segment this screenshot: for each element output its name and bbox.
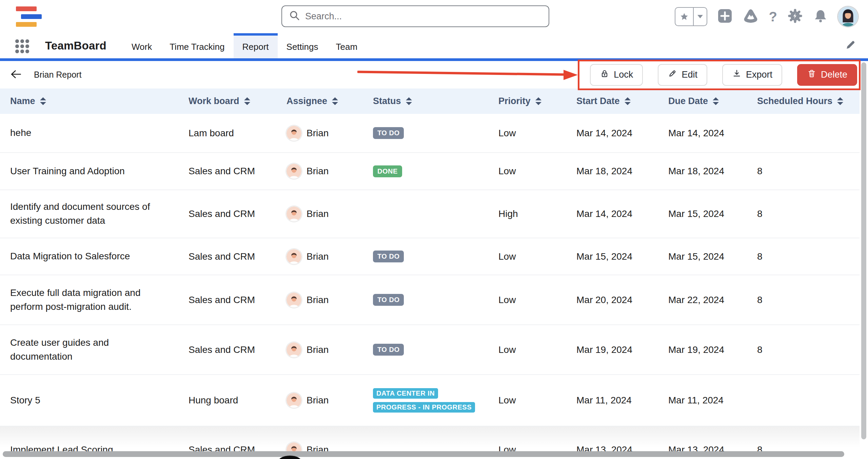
priority: Low [498, 128, 516, 138]
task-name: User Training and Adoption [10, 164, 125, 178]
bell-icon[interactable] [813, 8, 828, 25]
tab-settings[interactable]: Settings [278, 33, 327, 58]
assignee-avatar [287, 393, 301, 408]
edit-button[interactable]: Edit [658, 64, 707, 86]
column-header-assignee[interactable]: Assignee [287, 96, 373, 106]
sort-icon[interactable] [713, 97, 719, 105]
tab-team[interactable]: Team [327, 33, 367, 58]
scheduled-hours: 8 [757, 251, 763, 262]
table-row[interactable]: Create user guides and documentation Sal… [0, 325, 860, 375]
due-date: Mar 15, 2024 [668, 251, 724, 262]
top-bar: ? [0, 0, 868, 33]
delete-button[interactable]: Delete [797, 64, 857, 86]
due-date: Mar 14, 2024 [668, 128, 724, 138]
tab-time-tracking[interactable]: Time Tracking [161, 33, 233, 58]
app-switcher-icon[interactable] [15, 39, 29, 53]
priority: Low [498, 344, 516, 355]
priority: High [498, 208, 518, 219]
status-cell: TO DO [373, 344, 498, 356]
table-row[interactable]: User Training and Adoption Sales and CRM… [0, 153, 860, 190]
tab-report[interactable]: Report [234, 33, 278, 58]
logo-bar-red [16, 6, 37, 11]
column-header-scheduled-hours[interactable]: Scheduled Hours [757, 96, 860, 106]
global-search[interactable] [281, 5, 549, 27]
scheduled-hours: 8 [757, 208, 763, 219]
table-row[interactable]: Data Migration to Salesforce Sales and C… [0, 238, 860, 275]
assignee-name: Brian [307, 344, 329, 355]
report-table: Name Work board Assignee Status Priority… [0, 88, 860, 459]
table-row[interactable]: Story 5 Hung board Brian DATA CENTER INP… [0, 375, 860, 426]
sort-icon[interactable] [535, 97, 541, 105]
sort-icon[interactable] [332, 97, 338, 105]
horizontal-scrollbar[interactable] [3, 451, 844, 457]
search-input[interactable] [305, 11, 542, 22]
gear-icon[interactable] [787, 8, 803, 25]
table-row[interactable]: hehe Lam board Brian TO DO Low Mar 14, 2… [0, 114, 860, 153]
status-badge: TO DO [373, 294, 404, 306]
task-name: Execute full data migration and perform … [10, 286, 166, 314]
status-badge: DATA CENTER IN [373, 388, 438, 399]
task-name: hehe [10, 126, 31, 140]
product-mountain-icon[interactable] [743, 8, 759, 25]
sort-icon[interactable] [40, 97, 46, 105]
vertical-scrollbar[interactable] [861, 62, 866, 439]
assignee-avatar [287, 342, 301, 357]
create-plus-icon[interactable] [717, 8, 732, 25]
due-date: Mar 18, 2024 [668, 166, 724, 176]
edit-pencil-icon[interactable] [844, 39, 856, 53]
chevron-down-icon[interactable] [693, 8, 707, 25]
assignee-avatar [287, 206, 301, 221]
assignee-avatar [287, 293, 301, 307]
lock-button[interactable]: Lock [590, 64, 643, 86]
column-header-due-date[interactable]: Due Date [668, 96, 757, 106]
scheduled-hours: 8 [757, 344, 763, 355]
priority: Low [498, 251, 516, 262]
column-header-status[interactable]: Status [373, 96, 498, 106]
sort-icon[interactable] [406, 97, 412, 105]
tab-work[interactable]: Work [123, 33, 161, 58]
column-header-priority[interactable]: Priority [498, 96, 576, 106]
due-date: Mar 11, 2024 [668, 395, 724, 405]
work-board: Sales and CRM [189, 344, 255, 355]
work-board: Sales and CRM [189, 295, 255, 305]
table-row[interactable]: Identify and document sources of existin… [0, 190, 860, 238]
user-avatar[interactable] [838, 7, 858, 26]
column-header-work-board[interactable]: Work board [189, 96, 287, 106]
due-date: Mar 22, 2024 [668, 295, 724, 305]
sort-icon[interactable] [837, 97, 843, 105]
report-actions: Lock Edit Export Delete [590, 64, 857, 86]
edit-icon [668, 69, 677, 81]
work-board: Sales and CRM [189, 208, 255, 219]
help-icon[interactable]: ? [769, 10, 777, 23]
favorites-split-button[interactable] [675, 7, 707, 26]
start-date: Mar 19, 2024 [576, 344, 632, 355]
export-button[interactable]: Export [722, 64, 782, 86]
start-date: Mar 14, 2024 [576, 128, 632, 138]
star-icon[interactable] [675, 8, 693, 25]
start-date: Mar 15, 2024 [576, 251, 632, 262]
task-name: Data Migration to Salesforce [10, 250, 130, 263]
status-cell: TO DO [373, 294, 498, 306]
assignee-avatar [287, 164, 301, 179]
table-row[interactable]: Execute full data migration and perform … [0, 275, 860, 325]
sort-icon[interactable] [625, 97, 631, 105]
assignee-avatar [287, 249, 301, 264]
sort-icon[interactable] [244, 97, 250, 105]
priority: Low [498, 395, 516, 405]
assignee-name: Brian [307, 128, 329, 139]
assignee-name: Brian [307, 295, 329, 305]
task-name: Identify and document sources of existin… [10, 200, 166, 227]
logo-bar-blue [21, 14, 42, 19]
back-arrow-icon[interactable] [10, 69, 22, 81]
report-title: Brian Report [34, 70, 81, 80]
column-header-name[interactable]: Name [0, 96, 189, 106]
work-board: Hung board [189, 395, 238, 405]
start-date: Mar 14, 2024 [576, 208, 632, 219]
logo-bar-yellow [16, 22, 37, 27]
assignee-name: Brian [307, 251, 329, 262]
assignee-avatar [287, 126, 301, 141]
tab-label: Team [336, 42, 358, 52]
tab-label: Time Tracking [170, 42, 224, 52]
top-icon-row: ? [675, 0, 858, 33]
column-header-start-date[interactable]: Start Date [576, 96, 668, 106]
